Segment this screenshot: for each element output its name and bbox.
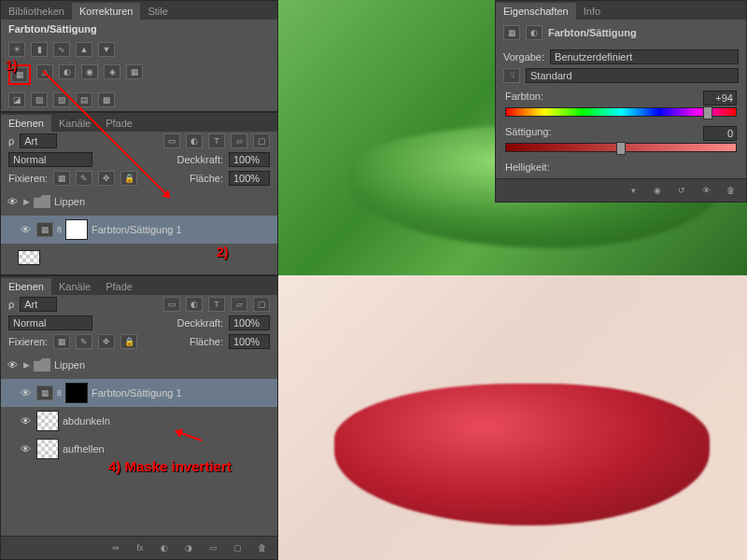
- brightness-icon[interactable]: ☀: [8, 42, 25, 57]
- visibility-toggle[interactable]: 👁: [5, 196, 20, 207]
- tab-stile[interactable]: Stile: [140, 3, 175, 20]
- fill-value[interactable]: 100%: [229, 171, 270, 186]
- filter-kind-select[interactable]: Art: [20, 133, 57, 148]
- blend-mode-select[interactable]: Normal: [8, 152, 92, 167]
- gradient-map-icon[interactable]: ▤: [76, 92, 92, 107]
- opacity-value-b[interactable]: 100%: [229, 315, 270, 330]
- tab-ebenen[interactable]: Ebenen: [1, 115, 51, 132]
- tab-kanaele[interactable]: Kanäle: [51, 115, 98, 132]
- tab-ebenen-b[interactable]: Ebenen: [1, 278, 51, 295]
- trash-icon-b[interactable]: 🗑: [253, 540, 270, 555]
- group-expand-icon[interactable]: ▶: [23, 197, 30, 206]
- tab-info[interactable]: Info: [576, 3, 608, 20]
- link-layers-icon[interactable]: ⇔: [107, 540, 124, 555]
- bw-icon[interactable]: ◐: [59, 64, 76, 79]
- exposure-icon[interactable]: ▲: [76, 42, 92, 57]
- channel-mixer-icon[interactable]: ◈: [104, 64, 120, 79]
- layer-extra[interactable]: [1, 244, 277, 272]
- reset-icon[interactable]: ↺: [673, 183, 690, 198]
- filter-adj-icon-b[interactable]: ◐: [186, 297, 203, 312]
- layer-thumb-check[interactable]: [36, 411, 59, 431]
- filter-smart-icon-b[interactable]: ▢: [253, 297, 270, 312]
- visibility-toggle[interactable]: 👁: [18, 224, 33, 235]
- visibility-icon[interactable]: 👁: [698, 183, 714, 198]
- hue-slider[interactable]: [505, 107, 737, 117]
- clip-icon[interactable]: ▾: [625, 183, 641, 198]
- blend-mode-select-b[interactable]: Normal: [8, 315, 92, 330]
- adjustment-thumb-icon-b[interactable]: ▦: [36, 385, 53, 400]
- adj-add-icon[interactable]: ◑: [180, 540, 197, 555]
- posterize-icon[interactable]: ▨: [31, 92, 48, 107]
- curves-icon[interactable]: ∿: [53, 42, 70, 57]
- mask-add-icon[interactable]: ◐: [156, 540, 173, 555]
- visibility-toggle-b3[interactable]: 👁: [18, 415, 33, 427]
- hue-value[interactable]: +94: [703, 91, 737, 105]
- lock-all-icon[interactable]: 🔒: [120, 171, 137, 186]
- tab-kanaele-b[interactable]: Kanäle: [51, 278, 98, 295]
- group-add-icon[interactable]: ▭: [204, 540, 221, 555]
- tab-pfade[interactable]: Pfade: [98, 115, 140, 132]
- color-lookup-icon[interactable]: ▦: [126, 64, 143, 79]
- levels-icon[interactable]: ▮: [31, 42, 48, 57]
- link-icon[interactable]: 8: [57, 225, 62, 234]
- filter-smart-icon[interactable]: ▢: [253, 133, 270, 148]
- layer-aufhellen[interactable]: 👁 aufhellen: [1, 435, 277, 463]
- hue-handle[interactable]: [703, 106, 712, 119]
- saturation-slider[interactable]: [505, 143, 737, 152]
- preset-select[interactable]: Benutzerdefiniert: [550, 49, 739, 64]
- fill-value-b[interactable]: 100%: [229, 334, 270, 349]
- layer-hue-sat[interactable]: 👁 ▦ 8 Farbton/Sättigung 1: [1, 216, 277, 244]
- layer-thumb-check2[interactable]: [36, 439, 59, 459]
- filter-img-icon[interactable]: ▭: [163, 133, 180, 148]
- trash-icon[interactable]: 🗑: [722, 183, 739, 198]
- visibility-toggle-b2[interactable]: 👁: [18, 387, 33, 399]
- layer-group-lippen[interactable]: 👁 ▶ Lippen: [1, 188, 277, 216]
- opacity-value[interactable]: 100%: [229, 152, 270, 167]
- layer-name-b4: aufhellen: [63, 443, 105, 455]
- targeted-adjust-icon[interactable]: ☟: [503, 68, 520, 83]
- tab-pfade-b[interactable]: Pfade: [98, 278, 140, 295]
- tab-bibliotheken[interactable]: Bibliotheken: [1, 3, 72, 20]
- fx-icon[interactable]: fx: [132, 540, 148, 555]
- filter-adj-icon[interactable]: ◐: [186, 133, 203, 148]
- hue-saturation-icon[interactable]: ▦: [11, 67, 28, 82]
- layer-group-lippen-b[interactable]: 👁 ▶ Lippen: [1, 351, 277, 379]
- lock-trans-icon[interactable]: ▦: [53, 171, 70, 186]
- filter-type-icon-b[interactable]: T: [208, 297, 225, 312]
- link-icon-b[interactable]: 8: [57, 388, 62, 398]
- vibrance-icon[interactable]: ▼: [98, 42, 115, 57]
- color-balance-icon[interactable]: △: [36, 64, 53, 79]
- visibility-toggle-b[interactable]: 👁: [5, 359, 20, 371]
- filter-shape-icon[interactable]: ▱: [231, 133, 247, 148]
- lock-pos-icon-b[interactable]: ✥: [98, 334, 115, 349]
- visibility-toggle-b4[interactable]: 👁: [18, 443, 33, 455]
- lock-paint-icon-b[interactable]: ✎: [76, 334, 92, 349]
- threshold-icon[interactable]: ▧: [53, 92, 70, 107]
- saturation-handle[interactable]: [616, 142, 626, 155]
- lock-paint-icon[interactable]: ✎: [76, 171, 92, 186]
- layer-abdunkeln[interactable]: 👁 abdunkeln: [1, 407, 277, 435]
- tab-korrekturen[interactable]: Korrekturen: [72, 3, 140, 20]
- filter-shape-icon-b[interactable]: ▱: [231, 297, 247, 312]
- saturation-value[interactable]: 0: [703, 126, 737, 141]
- new-layer-icon[interactable]: ▢: [229, 540, 246, 555]
- photo-filter-icon[interactable]: ◉: [81, 64, 98, 79]
- invert-icon[interactable]: ◪: [8, 92, 25, 107]
- mask-thumb-black[interactable]: [65, 383, 88, 403]
- filter-img-icon-b[interactable]: ▭: [163, 297, 180, 312]
- lightness-label: Helligkeit:: [505, 161, 550, 173]
- adjustment-thumb-icon[interactable]: ▦: [36, 222, 53, 237]
- range-select[interactable]: Standard: [526, 68, 739, 83]
- mask-thumb-white[interactable]: [65, 219, 88, 240]
- group-expand-icon-b[interactable]: ▶: [23, 360, 30, 370]
- lock-pos-icon[interactable]: ✥: [98, 171, 115, 186]
- layer-hue-sat-b[interactable]: 👁 ▦ 8 Farbton/Sättigung 1: [1, 379, 277, 407]
- lock-all-icon-b[interactable]: 🔒: [120, 334, 137, 349]
- filter-type-icon[interactable]: T: [208, 133, 225, 148]
- folder-icon-b: [34, 358, 50, 371]
- lock-trans-icon-b[interactable]: ▦: [53, 334, 70, 349]
- tab-eigenschaften[interactable]: Eigenschaften: [496, 3, 576, 20]
- filter-kind-select-b[interactable]: Art: [20, 297, 57, 312]
- prev-state-icon[interactable]: ◉: [649, 183, 666, 198]
- selective-color-icon[interactable]: ▩: [98, 92, 115, 107]
